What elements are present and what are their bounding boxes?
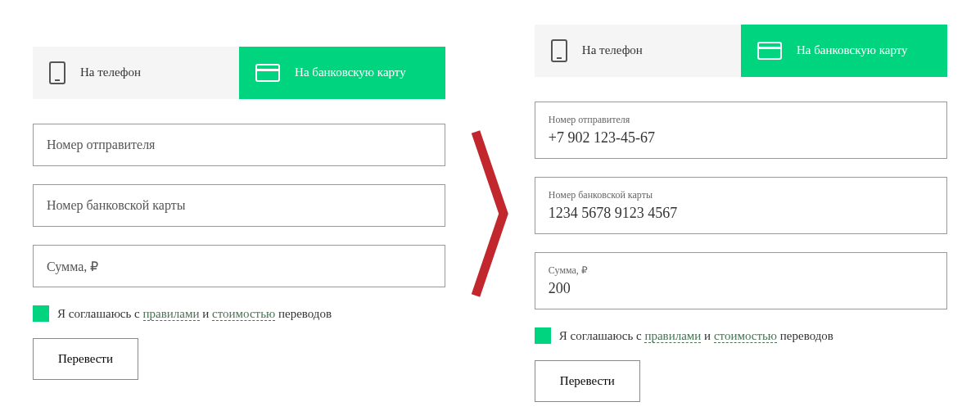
tab-phone-label: На телефон (582, 43, 643, 59)
phone-icon (49, 61, 65, 84)
sender-field[interactable]: Номер отправителя (33, 124, 445, 166)
arrow-icon (445, 124, 535, 304)
amount-field[interactable]: Сумма, ₽ 200 (535, 252, 947, 309)
sender-placeholder: Номер отправителя (47, 138, 431, 152)
agree-row: Я соглашаюсь с правилами и стоимостью пе… (33, 305, 445, 322)
tabs: На телефон На банковскую карту (33, 47, 445, 99)
tab-phone[interactable]: На телефон (535, 25, 741, 77)
tab-card[interactable]: На банковскую карту (741, 25, 947, 77)
card-field[interactable]: Номер банковской карты 1234 5678 9123 45… (535, 177, 947, 234)
rules-link[interactable]: правилами (644, 329, 701, 343)
rules-link[interactable]: правилами (143, 307, 200, 321)
sender-value: +7 902 123-45-67 (549, 129, 933, 147)
amount-placeholder: Сумма, ₽ (47, 259, 431, 274)
cost-link[interactable]: стоимостью (212, 307, 275, 321)
phone-icon (551, 39, 567, 62)
sender-label: Номер отправителя (549, 114, 933, 126)
agree-row: Я соглашаюсь с правилами и стоимостью пе… (535, 327, 947, 344)
tabs: На телефон На банковскую карту (535, 25, 947, 77)
card-icon (255, 64, 280, 82)
card-field[interactable]: Номер банковской карты (33, 184, 445, 227)
submit-button[interactable]: Перевести (535, 360, 640, 402)
form-left: На телефон На банковскую карту Номер отп… (33, 47, 445, 380)
card-placeholder: Номер банковской карты (47, 198, 431, 213)
sender-field[interactable]: Номер отправителя +7 902 123-45-67 (535, 102, 947, 159)
cost-link[interactable]: стоимостью (714, 329, 777, 343)
amount-field[interactable]: Сумма, ₽ (33, 245, 445, 287)
card-label: Номер банковской карты (549, 189, 933, 201)
tab-card[interactable]: На банковскую карту (239, 47, 445, 99)
agree-text: Я соглашаюсь с правилами и стоимостью пе… (559, 329, 833, 343)
amount-label: Сумма, ₽ (549, 264, 933, 277)
form-right: На телефон На банковскую карту Номер отп… (535, 25, 947, 402)
tab-phone-label: На телефон (80, 65, 141, 81)
card-value: 1234 5678 9123 4567 (549, 205, 933, 222)
agree-text: Я соглашаюсь с правилами и стоимостью пе… (57, 307, 332, 321)
tab-card-label: На банковскую карту (797, 43, 908, 59)
card-icon (757, 42, 782, 60)
agree-checkbox[interactable] (33, 305, 49, 322)
submit-button[interactable]: Перевести (33, 338, 138, 380)
tab-phone[interactable]: На телефон (33, 47, 239, 99)
agree-checkbox[interactable] (535, 327, 551, 344)
amount-value: 200 (549, 280, 933, 297)
tab-card-label: На банковскую карту (295, 65, 406, 81)
